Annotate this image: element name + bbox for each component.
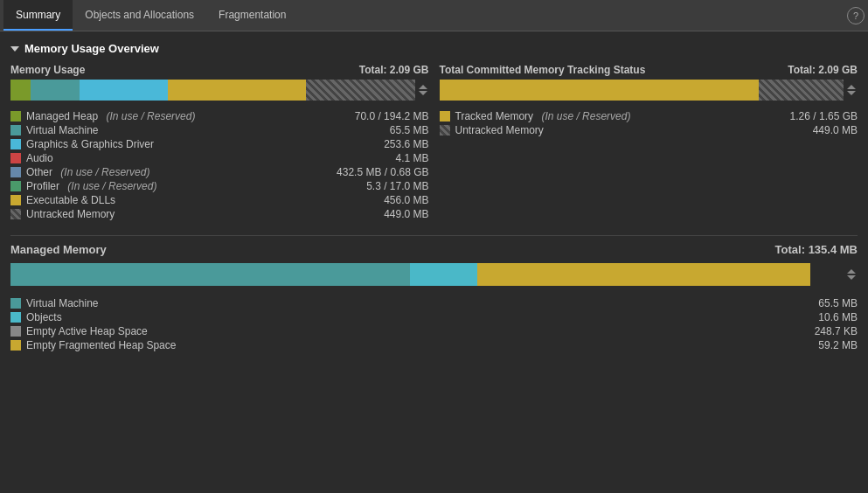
section-header: Memory Usage Overview	[10, 42, 858, 55]
scroll-down-managed[interactable]	[847, 275, 856, 280]
legend-color-profiler	[10, 181, 21, 191]
bar-exe	[168, 80, 305, 101]
scroll-arrows-memory	[417, 85, 429, 95]
legend-color-tracked	[440, 111, 450, 122]
bar-managed-fragmented	[477, 263, 810, 286]
tab-summary[interactable]: Summary	[3, 0, 73, 31]
scroll-arrows-managed	[845, 269, 858, 280]
legend-graphics: Graphics & Graphics Driver 253.6 MB	[10, 137, 429, 151]
legend-managed-objects: Objects 10.6 MB	[10, 310, 858, 324]
bar-vm	[31, 80, 80, 101]
committed-memory-panel: Total Committed Memory Tracking Status T…	[440, 64, 858, 221]
legend-profiler: Profiler (In use / Reserved) 5.3 / 17.0 …	[10, 179, 429, 193]
legend-color-other	[10, 167, 21, 177]
legend-managed-vm: Virtual Machine 65.5 MB	[10, 296, 858, 310]
bar-managed-vm	[10, 263, 410, 286]
bar-graphics	[80, 80, 169, 101]
bar-untracked	[306, 80, 415, 101]
bar-untracked-right	[759, 80, 844, 101]
collapse-triangle[interactable]	[10, 46, 19, 52]
main-content: Memory Usage Overview Memory Usage Total…	[0, 31, 868, 493]
memory-usage-panel: Memory Usage Total: 2.09 GB	[10, 64, 429, 221]
help-button[interactable]: ?	[847, 7, 865, 24]
legend-color-audio	[10, 153, 21, 163]
bar-managed-heap	[10, 80, 31, 101]
legend-other: Other (In use / Reserved) 432.5 MB / 0.6…	[10, 165, 429, 179]
scroll-arrows-committed	[845, 85, 858, 95]
scroll-down-arrow[interactable]	[419, 91, 427, 95]
committed-bar-outer	[440, 80, 858, 101]
legend-tracked: Tracked Memory (In use / Reserved) 1.26 …	[440, 109, 858, 123]
legend-color-untracked-left	[10, 209, 21, 219]
legend-color-fragmented	[10, 340, 21, 351]
legend-managed-heap: Managed Heap (In use / Reserved) 70.0 / …	[10, 109, 429, 123]
tab-objects[interactable]: Objects and Allocations	[73, 0, 206, 31]
managed-bar-outer	[10, 263, 858, 286]
memory-usage-header: Memory Usage Total: 2.09 GB	[10, 64, 429, 76]
legend-virtual-machine: Virtual Machine 65.5 MB	[10, 123, 429, 137]
scroll-up-arrow[interactable]	[419, 85, 427, 89]
managed-memory-legend: Virtual Machine 65.5 MB Objects 10.6 MB …	[10, 296, 858, 352]
managed-memory-header: Managed Memory Total: 135.4 MB	[10, 243, 858, 256]
memory-usage-legend: Managed Heap (In use / Reserved) 70.0 / …	[10, 109, 429, 221]
tab-bar: Summary Objects and Allocations Fragment…	[0, 0, 868, 31]
bar-managed-objects	[410, 263, 476, 286]
legend-color-untracked-right	[440, 125, 450, 135]
bar-tracked	[440, 80, 759, 101]
managed-memory-bar	[10, 263, 844, 286]
tab-fragmentation[interactable]: Fragmentation	[206, 0, 298, 31]
legend-color-graphics	[10, 139, 21, 149]
separator-line	[10, 235, 858, 236]
committed-memory-header: Total Committed Memory Tracking Status T…	[440, 64, 858, 76]
scroll-up-managed[interactable]	[847, 269, 856, 274]
legend-color-vm	[10, 125, 21, 135]
legend-exe: Executable & DLLs 456.0 MB	[10, 193, 429, 207]
memory-usage-bar	[10, 80, 415, 101]
legend-managed-fragmented: Empty Fragmented Heap Space 59.2 MB	[10, 338, 858, 352]
legend-managed-empty-active: Empty Active Heap Space 248.7 KB	[10, 324, 858, 338]
scroll-up-committed[interactable]	[847, 85, 856, 89]
two-col-layout: Memory Usage Total: 2.09 GB	[10, 64, 858, 221]
committed-bar	[440, 80, 844, 101]
legend-untracked-right: Untracked Memory 449.0 MB	[440, 123, 858, 137]
legend-color-empty-active	[10, 326, 21, 337]
memory-usage-bar-container	[10, 80, 429, 101]
legend-color-exe	[10, 195, 21, 205]
committed-memory-legend: Tracked Memory (In use / Reserved) 1.26 …	[440, 109, 858, 137]
scroll-down-committed[interactable]	[847, 91, 856, 95]
legend-color-managed-objects	[10, 312, 21, 323]
legend-audio: Audio 4.1 MB	[10, 151, 429, 165]
legend-color-managed-heap	[10, 111, 21, 122]
legend-untracked-left: Untracked Memory 449.0 MB	[10, 207, 429, 221]
legend-color-managed-vm	[10, 298, 21, 309]
